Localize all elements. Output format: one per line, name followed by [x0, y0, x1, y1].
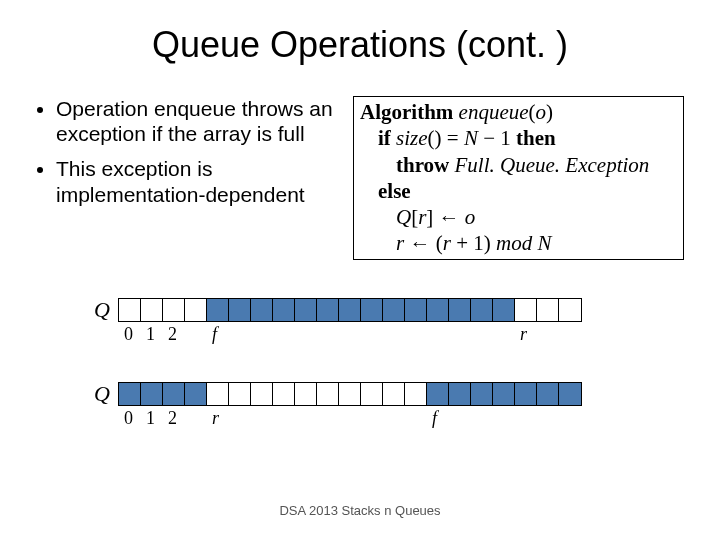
algo-minus: − 1 [478, 126, 516, 150]
algo-Q: Q [396, 205, 411, 229]
array-cell [185, 299, 207, 321]
array-cell [515, 299, 537, 321]
algo-arrow: ← [439, 205, 465, 229]
bullet-item: This exception is implementation-depende… [56, 156, 353, 206]
body: Operation enqueue throws an exception if… [0, 96, 720, 260]
array-cell [559, 383, 581, 405]
array-cell [383, 299, 405, 321]
array-cell [317, 383, 339, 405]
algo-r3: r [443, 231, 451, 255]
array-cell [163, 299, 185, 321]
algo-exc: Full. Queue. Exception [455, 153, 650, 177]
array-cell [141, 299, 163, 321]
pointer-r: r [212, 408, 219, 429]
idx-2: 2 [168, 408, 177, 429]
array-cell [383, 383, 405, 405]
array-cell [163, 383, 185, 405]
pointer-r: r [520, 324, 527, 345]
array-cell [427, 299, 449, 321]
algo-r2: r [396, 231, 404, 255]
array-cell [317, 299, 339, 321]
array-cell [251, 299, 273, 321]
page-title: Queue Operations (cont. ) [0, 0, 720, 66]
algo-else: else [378, 179, 411, 203]
array-diagrams: Q 0 1 2 f r Q 0 1 2 r [0, 298, 720, 438]
array-cell [405, 383, 427, 405]
array-cell [493, 383, 515, 405]
bullet-item: Operation enqueue throws an exception if… [56, 96, 353, 146]
pointer-f: f [212, 324, 217, 345]
array-cell [449, 299, 471, 321]
array-cell [185, 383, 207, 405]
slide: Queue Operations (cont. ) Operation enqu… [0, 0, 720, 540]
array-cell [273, 299, 295, 321]
array-cell [229, 299, 251, 321]
array-cell [427, 383, 449, 405]
algo-N2: N [532, 231, 551, 255]
array-cell [537, 383, 559, 405]
algo-if: if [378, 126, 396, 150]
array-cell [449, 383, 471, 405]
algo-throw: throw [396, 153, 455, 177]
algo-then: then [516, 126, 556, 150]
algo-fn: enqueue [459, 100, 529, 124]
cells-wrap: 0 1 2 f r [118, 298, 582, 322]
array-cell [493, 299, 515, 321]
algo-arg: o [536, 100, 547, 124]
algo-size: size [396, 126, 428, 150]
array-cell [295, 383, 317, 405]
array-cell [515, 383, 537, 405]
array-cell [229, 383, 251, 405]
array-cell [207, 299, 229, 321]
array-cell [339, 299, 361, 321]
array-cell [559, 299, 581, 321]
q-label: Q [0, 298, 118, 322]
algo-eq: () = [428, 126, 464, 150]
algo-mod: mod [496, 231, 532, 255]
array-cell [471, 383, 493, 405]
idx-1: 1 [146, 408, 155, 429]
array-cell [537, 299, 559, 321]
idx-1: 1 [146, 324, 155, 345]
array-cell [119, 383, 141, 405]
idx-0: 0 [124, 324, 133, 345]
algo-N: N [464, 126, 478, 150]
array-row-2: Q 0 1 2 r f [0, 382, 720, 438]
array-cell [339, 383, 361, 405]
array-cell [405, 299, 427, 321]
cells [118, 298, 582, 322]
pointer-f: f [432, 408, 437, 429]
array-cell [141, 383, 163, 405]
idx-0: 0 [124, 408, 133, 429]
algo-br-r: ] [426, 205, 438, 229]
array-cell [119, 299, 141, 321]
algo-plus: + 1) [451, 231, 496, 255]
cells [118, 382, 582, 406]
array-cell [361, 299, 383, 321]
cells-wrap: 0 1 2 r f [118, 382, 582, 406]
algo-kw: Algorithm [360, 100, 459, 124]
algorithm-box: Algorithm enqueue(o) if size() = N − 1 t… [353, 96, 684, 260]
algo-o: o [465, 205, 476, 229]
array-cell [251, 383, 273, 405]
array-row-1: Q 0 1 2 f r [0, 298, 720, 354]
array-cell [273, 383, 295, 405]
bullet-list: Operation enqueue throws an exception if… [36, 96, 353, 260]
algo-arrow2: ← ( [404, 231, 443, 255]
q-label: Q [0, 382, 118, 406]
array-cell [207, 383, 229, 405]
footer-text: DSA 2013 Stacks n Queues [0, 503, 720, 518]
idx-2: 2 [168, 324, 177, 345]
array-cell [295, 299, 317, 321]
array-cell [361, 383, 383, 405]
array-cell [471, 299, 493, 321]
